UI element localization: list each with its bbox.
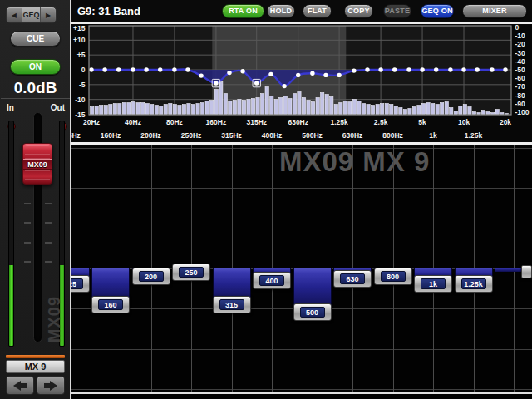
fader-tick: [24, 242, 31, 244]
rta-spectrum-bar: [224, 94, 227, 115]
rta-spectrum-bar: [463, 105, 466, 115]
eq-band-dot[interactable]: [490, 67, 494, 71]
rta-spectrum-bar: [417, 106, 421, 115]
rta-db-axis-label: -80: [515, 91, 526, 100]
rta-spectrum-bar: [486, 112, 490, 115]
eq-band-dot[interactable]: [268, 72, 273, 76]
rta-spectrum-bar: [426, 103, 430, 115]
freq-axis-label: 5k: [418, 118, 426, 126]
eq-band-dot[interactable]: [172, 67, 176, 71]
geq-band-fader-handle[interactable]: 500: [293, 303, 332, 321]
eq-band-dot[interactable]: [158, 67, 162, 71]
rta-spectrum-bar: [270, 96, 273, 115]
eq-band-dot[interactable]: [227, 71, 231, 75]
eq-band-dot[interactable]: [102, 67, 106, 71]
rta-db-axis-label: -40: [515, 57, 526, 66]
rta-spectrum-bar: [381, 104, 384, 115]
geq-band-fader-handle[interactable]: 315: [213, 296, 251, 313]
rta-spectrum-bar: [450, 108, 453, 115]
band-freq-label: 1k: [429, 131, 437, 140]
eq-band-dot[interactable]: [448, 67, 452, 71]
eq-band-dot[interactable]: [503, 67, 507, 71]
eq-band-dot[interactable]: [89, 67, 93, 71]
geq-band-fader-handle[interactable]: 1k: [414, 275, 452, 293]
next-geq-button[interactable]: ▶: [41, 7, 56, 22]
cue-button[interactable]: CUE: [10, 31, 61, 47]
eq-band-dot[interactable]: [461, 67, 466, 71]
band-freq-label: 630Hz: [342, 131, 363, 140]
eq-band-dot[interactable]: [420, 67, 424, 71]
eq-band-dot[interactable]: [392, 67, 397, 71]
rta-spectrum-bar: [472, 112, 475, 115]
geq-band-fader-handle[interactable]: 400: [253, 272, 291, 289]
rta-spectrum-bar: [127, 103, 131, 115]
rta-spectrum-bar: [436, 105, 439, 115]
channel-fader-handle[interactable]: MX09: [22, 143, 52, 185]
eq-band-dot[interactable]: [131, 67, 135, 71]
geq-nav-control: ◀ GEQ ▶: [6, 7, 57, 23]
geq-band-fader-handle[interactable]: 125: [71, 275, 90, 293]
fader-tick: [45, 203, 52, 204]
geq-band-fader-handle[interactable]: 1.25k: [455, 275, 493, 293]
rta-spectrum-bar: [325, 95, 328, 115]
rta-spectrum-bar: [293, 94, 296, 115]
rta-spectrum-bar: [481, 111, 485, 115]
eq-band-dot[interactable]: [378, 67, 382, 71]
fader-handle-label: MX09: [23, 159, 52, 170]
rta-spectrum-bar: [104, 106, 107, 115]
eq-band-dot[interactable]: [214, 81, 218, 85]
rta-db-axis-label: -30: [515, 49, 526, 57]
eq-band-dot[interactable]: [406, 67, 411, 71]
flat-button[interactable]: FLAT: [303, 4, 332, 18]
eq-band-dot[interactable]: [310, 71, 314, 76]
on-button[interactable]: ON: [10, 59, 61, 75]
mixer-button[interactable]: MIXER: [462, 4, 527, 18]
panel-grid-horizontal: [71, 389, 532, 390]
freq-axis-label: 40Hz: [125, 118, 141, 126]
freq-axis-label: 20Hz: [83, 118, 100, 126]
rta-spectrum-bar: [173, 105, 176, 115]
geq-band-fader-handle[interactable]: [521, 265, 532, 278]
rta-spectrum-bar: [431, 104, 435, 115]
geq-band-fader-handle[interactable]: 160: [91, 296, 130, 313]
eq-band-dot[interactable]: [365, 67, 369, 71]
rta-db-axis-label: -20: [515, 40, 526, 48]
copy-button[interactable]: COPY: [344, 4, 373, 18]
rta-on-button[interactable]: RTA ON: [222, 4, 264, 18]
eq-band-dot[interactable]: [240, 69, 244, 73]
next-channel-button[interactable]: [37, 376, 65, 395]
left-arrow-icon: [13, 381, 21, 391]
eq-band-dot[interactable]: [434, 67, 438, 71]
geq-band-fader-handle[interactable]: 200: [132, 268, 170, 285]
rta-spectrum-bar: [95, 106, 98, 115]
eq-band-dot[interactable]: [144, 67, 148, 71]
eq-band-dot[interactable]: [199, 73, 203, 77]
band-freq-label: 160Hz: [101, 131, 121, 140]
geq-band-fader-handle[interactable]: 630: [333, 270, 372, 288]
geq-editor-screen: ◀ GEQ ▶ CUE ON 0.0dB In Out MX09 MX09 MX…: [0, 0, 532, 399]
freq-axis-label: 160Hz: [206, 118, 227, 126]
eq-band-dot[interactable]: [475, 67, 479, 71]
eq-band-dot[interactable]: [296, 73, 300, 77]
rta-spectrum-bar: [298, 92, 301, 115]
eq-band-dot[interactable]: [185, 67, 190, 71]
eq-band-dot[interactable]: [116, 67, 121, 71]
db-axis-left-label: -10: [75, 96, 86, 104]
eq-band-dot[interactable]: [337, 73, 341, 77]
eq-band-dot[interactable]: [254, 81, 259, 85]
rta-spectrum-bar: [247, 100, 250, 115]
geq-on-button[interactable]: GEQ ON: [421, 4, 454, 18]
rta-db-axis-label: -60: [515, 74, 526, 82]
geq-band-fader-handle[interactable]: 800: [374, 268, 412, 285]
rta-spectrum-bar: [274, 100, 278, 115]
geq-band-fader-handle[interactable]: 250: [172, 264, 210, 281]
eq-band-dot[interactable]: [352, 68, 356, 72]
eq-band-dot[interactable]: [282, 84, 286, 88]
rta-spectrum-bar: [100, 106, 103, 115]
prev-channel-button[interactable]: [6, 376, 34, 395]
prev-geq-button[interactable]: ◀: [7, 7, 22, 22]
rta-spectrum-bar: [394, 106, 397, 115]
hold-button[interactable]: HOLD: [267, 4, 295, 18]
eq-band-dot[interactable]: [323, 73, 328, 77]
rta-spectrum-bar: [385, 104, 388, 115]
